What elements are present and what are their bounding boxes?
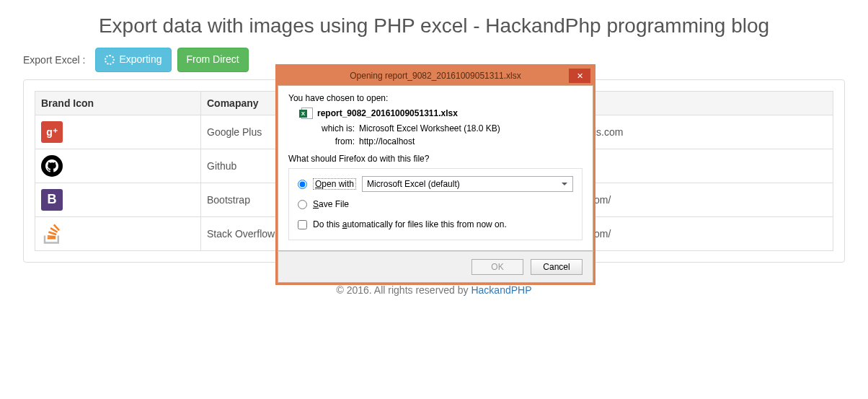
open-with-select[interactable]: Microsoft Excel (default) <box>362 176 573 192</box>
spinner-icon <box>105 55 115 65</box>
url-cell <box>588 149 833 183</box>
open-with-label[interactable]: Open with <box>313 178 356 190</box>
url-cell: om/ <box>588 183 833 216</box>
open-with-app: Microsoft Excel (default) <box>367 179 460 189</box>
from-value: http://localhost <box>359 136 415 146</box>
save-file-mnemonic: S <box>313 199 319 209</box>
auto-pre: Do this <box>313 219 342 229</box>
exporting-button[interactable]: Exporting <box>95 48 171 72</box>
auto-post: utomatically for files like this from no… <box>347 219 506 229</box>
cancel-button[interactable]: Cancel <box>531 259 583 275</box>
page-title: Export data with images using PHP excel … <box>23 14 845 38</box>
google-plus-icon: g⁺ <box>41 121 63 143</box>
from-direct-button-label: From Direct <box>187 53 239 67</box>
dialog-options: Open with Microsoft Excel (default) Save… <box>288 168 583 240</box>
url-cell: is.com <box>588 115 833 149</box>
download-dialog: Opening report_9082_20161009051311.xlsx … <box>278 66 593 283</box>
dialog-filename: report_9082_20161009051311.xlsx <box>317 108 458 118</box>
save-file-text: ave File <box>319 199 349 209</box>
url-cell: om/ <box>588 216 833 250</box>
export-label: Export Excel : <box>23 54 85 66</box>
col-url <box>588 91 833 115</box>
excel-file-icon: X <box>301 108 313 119</box>
dialog-prompt: You have chosen to open: <box>288 93 583 103</box>
which-is-value: Microsoft Excel Worksheet (18.0 KB) <box>359 123 500 133</box>
exporting-button-label: Exporting <box>119 53 161 67</box>
open-with-mnemonic: O <box>315 179 322 189</box>
from-direct-button[interactable]: From Direct <box>177 48 249 72</box>
close-icon[interactable]: ✕ <box>569 69 590 83</box>
github-icon <box>41 155 63 177</box>
footer-text: © 2016. All rights reserved by <box>336 284 471 296</box>
which-is-label: which is: <box>317 123 355 133</box>
footer: © 2016. All rights reserved by HackandPH… <box>23 277 845 325</box>
auto-checkbox[interactable] <box>298 220 307 229</box>
save-file-radio[interactable] <box>298 200 307 209</box>
bootstrap-icon: B <box>41 189 63 211</box>
from-label: from: <box>317 136 355 146</box>
dialog-title: Opening report_9082_20161009051311.xlsx <box>350 71 521 81</box>
ok-button[interactable]: OK <box>471 259 523 275</box>
dialog-titlebar[interactable]: Opening report_9082_20161009051311.xlsx … <box>278 66 593 85</box>
open-with-text: pen with <box>322 179 354 189</box>
footer-link[interactable]: HackandPHP <box>471 284 531 296</box>
stackoverflow-icon <box>41 223 63 245</box>
open-with-radio[interactable] <box>298 180 307 189</box>
auto-label[interactable]: Do this automatically for files like thi… <box>313 219 507 229</box>
col-brand-icon: Brand Icon <box>35 91 201 115</box>
save-file-label[interactable]: Save File <box>313 199 349 209</box>
dialog-question: What should Firefox do with this file? <box>288 154 583 164</box>
